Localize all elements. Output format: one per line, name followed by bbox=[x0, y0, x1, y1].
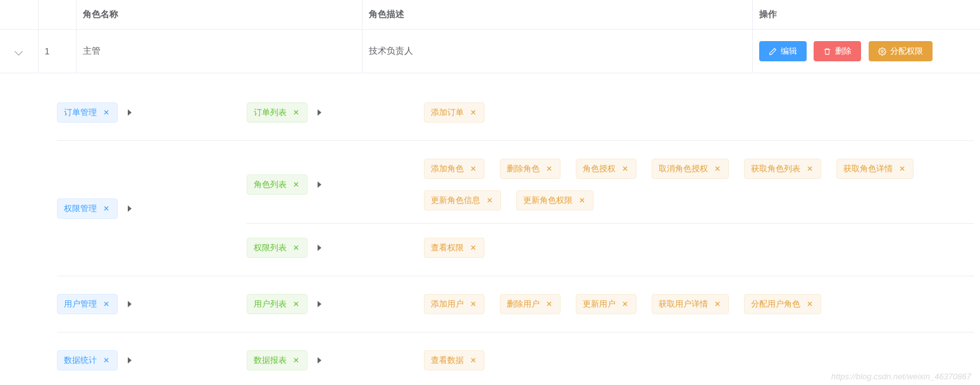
permission-tag[interactable]: 更新角色权限✕ bbox=[516, 190, 593, 211]
close-icon[interactable]: ✕ bbox=[545, 164, 554, 173]
header-desc: 角色描述 bbox=[362, 0, 752, 30]
permission-tag[interactable]: 数据统计✕ bbox=[57, 350, 118, 370]
close-icon[interactable]: ✕ bbox=[713, 300, 722, 309]
row-name: 主管 bbox=[76, 30, 362, 73]
close-icon[interactable]: ✕ bbox=[292, 108, 301, 117]
tag-label: 订单管理 bbox=[64, 107, 97, 118]
row-actions: 编辑 删除 分配权限 bbox=[752, 30, 980, 73]
permission-level2-row: 权限列表✕查看权限✕ bbox=[247, 223, 974, 264]
close-icon[interactable]: ✕ bbox=[292, 300, 301, 309]
permission-tag[interactable]: 权限管理✕ bbox=[57, 199, 118, 219]
caret-right-icon bbox=[318, 245, 321, 251]
permission-level3-group: 查看数据✕ bbox=[424, 350, 974, 370]
tag-label: 更新角色信息 bbox=[431, 195, 480, 206]
permission-tag[interactable]: 取消角色授权✕ bbox=[652, 159, 729, 179]
tag-label: 添加用户 bbox=[431, 298, 464, 310]
permission-tag[interactable]: 添加角色✕ bbox=[424, 159, 485, 179]
close-icon[interactable]: ✕ bbox=[713, 164, 722, 173]
header-name: 角色名称 bbox=[76, 0, 362, 30]
tag-label: 订单列表 bbox=[254, 107, 287, 118]
permission-tag[interactable]: 订单管理✕ bbox=[57, 102, 118, 123]
permission-tag[interactable]: 数据报表✕ bbox=[247, 350, 307, 370]
permission-tag[interactable]: 获取角色列表✕ bbox=[744, 159, 821, 179]
assign-permissions-button[interactable]: 分配权限 bbox=[869, 41, 933, 61]
permission-tag[interactable]: 获取角色详情✕ bbox=[836, 159, 914, 179]
close-icon[interactable]: ✕ bbox=[469, 243, 478, 252]
permission-tag[interactable]: 角色授权✕ bbox=[576, 159, 636, 179]
tag-label: 获取角色详情 bbox=[843, 163, 893, 174]
permission-tag[interactable]: 查看权限✕ bbox=[424, 238, 485, 258]
tag-label: 用户管理 bbox=[64, 298, 97, 310]
caret-right-icon bbox=[128, 301, 132, 307]
close-icon[interactable]: ✕ bbox=[469, 164, 478, 173]
delete-label: 删除 bbox=[835, 46, 852, 57]
caret-right-icon bbox=[318, 301, 321, 307]
permission-level2-row: 用户列表✕添加用户✕删除用户✕更新用户✕获取用户详情✕分配用户角色✕ bbox=[247, 288, 974, 321]
header-actions: 操作 bbox=[752, 0, 980, 30]
tag-label: 数据报表 bbox=[254, 355, 287, 366]
permission-tag[interactable]: 订单列表✕ bbox=[247, 102, 307, 123]
close-icon[interactable]: ✕ bbox=[292, 243, 301, 252]
row-desc: 技术负责人 bbox=[362, 30, 752, 73]
caret-right-icon bbox=[318, 181, 321, 188]
tag-label: 删除用户 bbox=[507, 298, 540, 310]
tag-label: 权限管理 bbox=[64, 203, 97, 214]
tag-label: 数据统计 bbox=[64, 355, 97, 366]
tag-label: 更新角色权限 bbox=[523, 195, 573, 206]
close-icon[interactable]: ✕ bbox=[898, 164, 907, 173]
permission-tag[interactable]: 用户列表✕ bbox=[247, 294, 307, 314]
close-icon[interactable]: ✕ bbox=[469, 300, 478, 309]
close-icon[interactable]: ✕ bbox=[469, 108, 478, 117]
permission-tag[interactable]: 查看数据✕ bbox=[424, 350, 485, 370]
close-icon[interactable]: ✕ bbox=[469, 356, 478, 365]
close-icon[interactable]: ✕ bbox=[102, 300, 111, 309]
gear-icon bbox=[878, 47, 886, 56]
tag-label: 角色授权 bbox=[583, 163, 616, 174]
assign-label: 分配权限 bbox=[890, 46, 923, 57]
table-row: 1 主管 技术负责人 编辑 删除 分配权限 bbox=[0, 30, 980, 73]
permission-level1-row: 用户管理✕用户列表✕添加用户✕删除用户✕更新用户✕获取用户详情✕分配用户角色✕ bbox=[57, 276, 974, 333]
close-icon[interactable]: ✕ bbox=[102, 108, 111, 117]
permission-level2-row: 数据报表✕查看数据✕ bbox=[247, 344, 974, 377]
close-icon[interactable]: ✕ bbox=[102, 356, 111, 365]
permission-tag[interactable]: 分配用户角色✕ bbox=[744, 294, 821, 314]
caret-right-icon bbox=[318, 109, 321, 116]
permission-tag[interactable]: 添加用户✕ bbox=[424, 294, 485, 314]
permission-tag[interactable]: 更新用户✕ bbox=[576, 294, 636, 314]
tag-label: 获取角色列表 bbox=[751, 163, 800, 174]
tag-label: 分配用户角色 bbox=[751, 298, 800, 310]
permission-tag[interactable]: 更新角色信息✕ bbox=[424, 190, 501, 211]
permission-tag[interactable]: 删除用户✕ bbox=[500, 294, 561, 314]
close-icon[interactable]: ✕ bbox=[578, 196, 586, 205]
close-icon[interactable]: ✕ bbox=[102, 204, 111, 213]
close-icon[interactable]: ✕ bbox=[292, 180, 301, 189]
tag-label: 查看数据 bbox=[431, 355, 464, 366]
close-icon[interactable]: ✕ bbox=[805, 300, 814, 309]
caret-right-icon bbox=[318, 357, 321, 364]
permission-tag[interactable]: 删除角色✕ bbox=[500, 159, 561, 179]
permission-tag[interactable]: 获取用户详情✕ bbox=[652, 294, 729, 314]
permission-level2-row: 角色列表✕添加角色✕删除角色✕角色授权✕取消角色授权✕获取角色列表✕获取角色详情… bbox=[247, 152, 974, 217]
close-icon[interactable]: ✕ bbox=[545, 300, 554, 309]
close-icon[interactable]: ✕ bbox=[292, 356, 301, 365]
tag-label: 取消角色授权 bbox=[659, 163, 708, 174]
close-icon[interactable]: ✕ bbox=[621, 300, 630, 309]
permission-tag[interactable]: 用户管理✕ bbox=[57, 294, 118, 314]
close-icon[interactable]: ✕ bbox=[485, 196, 494, 205]
permission-tag[interactable]: 权限列表✕ bbox=[247, 238, 307, 258]
row-index: 1 bbox=[38, 30, 76, 73]
close-icon[interactable]: ✕ bbox=[805, 164, 814, 173]
caret-right-icon bbox=[128, 205, 132, 212]
expand-toggle[interactable] bbox=[0, 30, 38, 73]
svg-point-0 bbox=[881, 50, 883, 52]
close-icon[interactable]: ✕ bbox=[621, 164, 630, 173]
tag-label: 删除角色 bbox=[507, 163, 540, 174]
permission-level3-group: 添加订单✕ bbox=[424, 102, 974, 123]
trash-icon bbox=[823, 47, 831, 56]
header-expand bbox=[0, 0, 38, 30]
delete-button[interactable]: 删除 bbox=[814, 41, 861, 61]
edit-button[interactable]: 编辑 bbox=[759, 41, 807, 61]
permission-tag[interactable]: 添加订单✕ bbox=[424, 102, 485, 123]
permission-tag[interactable]: 角色列表✕ bbox=[247, 174, 307, 195]
permission-level2-row: 订单列表✕添加订单✕ bbox=[247, 96, 974, 129]
